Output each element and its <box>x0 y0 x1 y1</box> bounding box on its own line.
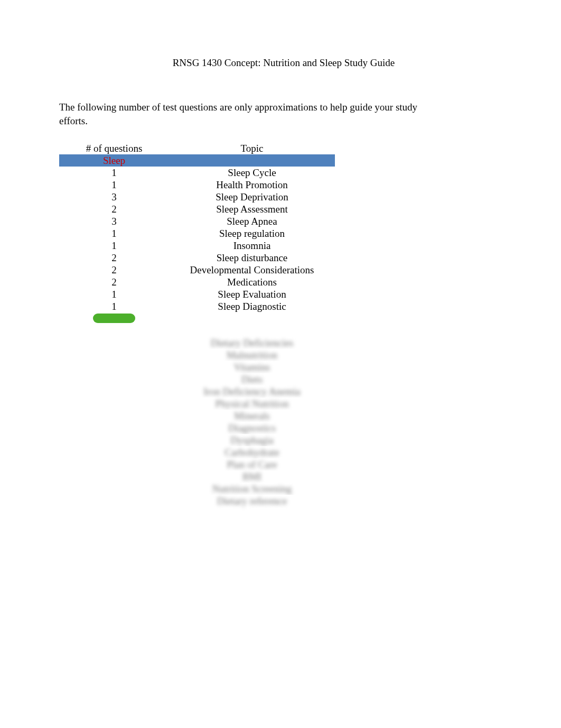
cell-topic: Malnutrition <box>169 349 335 361</box>
cell-questions: 1 <box>59 300 169 312</box>
blurred-region: Dietary Deficiencies Malnutrition Vitami… <box>59 325 335 507</box>
cell-questions: 2 <box>59 264 169 276</box>
table-row: 1 Health Promotion <box>59 179 335 191</box>
cell-topic: Health Promotion <box>169 179 335 191</box>
section-nutrition <box>59 312 335 325</box>
cell-topic: Nutrition Screening <box>169 483 335 495</box>
table-row: Vitamins <box>59 361 335 373</box>
table-row: 1 Sleep Evaluation <box>59 288 335 300</box>
intro-text: The following number of test questions a… <box>59 100 429 127</box>
cell-topic: Vitamins <box>169 361 335 373</box>
cell-topic: Iron Deficiency Anemia <box>169 385 335 398</box>
cell-topic: Sleep disturbance <box>169 252 335 264</box>
cell-topic: Carbohydrate <box>169 446 335 458</box>
cell-topic: Sleep Cycle <box>169 167 335 179</box>
cell-topic: Sleep regulation <box>169 227 335 239</box>
cell-topic: Diagnostics <box>169 422 335 434</box>
cell-topic: Medications <box>169 276 335 288</box>
cell-questions: 1 <box>59 227 169 239</box>
table-row: Dietary reference <box>59 495 335 507</box>
table-row: Carbohydrate <box>59 446 335 458</box>
table-row: 2 Sleep Assessment <box>59 203 335 215</box>
section-sleep: Sleep <box>59 154 335 167</box>
cell-questions: 2 <box>59 203 169 215</box>
table-row: Iron Deficiency Anemia <box>59 385 335 398</box>
table-row: 2 Developmental Considerations <box>59 264 335 276</box>
table-row: Malnutrition <box>59 349 335 361</box>
cell-topic: Developmental Considerations <box>169 264 335 276</box>
cell-topic: Sleep Evaluation <box>169 288 335 300</box>
cell-topic: Sleep Deprivation <box>169 191 335 203</box>
section-pill-nutrition <box>93 314 135 323</box>
cell-topic: Plan of Care <box>169 458 335 471</box>
table-row: Diets <box>59 373 335 385</box>
table-row: Physical Nutrition <box>59 398 335 410</box>
table-row: 3 Sleep Deprivation <box>59 191 335 203</box>
table-row: Plan of Care <box>59 458 335 471</box>
cell-topic: Sleep Diagnostic <box>169 300 335 312</box>
cell-questions: 1 <box>59 239 169 252</box>
table-row: 2 Sleep disturbance <box>59 252 335 264</box>
cell-questions: 2 <box>59 276 169 288</box>
cell-questions: 2 <box>59 252 169 264</box>
table-row: 2 Medications <box>59 276 335 288</box>
cell-topic: Dietary reference <box>169 495 335 507</box>
table-row: Dietary Deficiencies <box>59 337 335 349</box>
cell-questions: 1 <box>59 167 169 179</box>
cell-topic: Sleep Apnea <box>169 215 335 227</box>
cell-questions: 1 <box>59 288 169 300</box>
cell-questions: 3 <box>59 215 169 227</box>
table-row: BMI <box>59 471 335 483</box>
cell-topic: Diets <box>169 373 335 385</box>
table-row: Dysphagia <box>59 434 335 446</box>
cell-topic: BMI <box>169 471 335 483</box>
table-row: 1 Sleep Cycle <box>59 167 335 179</box>
cell-questions: 1 <box>59 179 169 191</box>
cell-topic: Minerals <box>169 410 335 422</box>
cell-questions: 3 <box>59 191 169 203</box>
header-topic: Topic <box>169 143 335 154</box>
table-row <box>59 325 335 337</box>
table-row: Nutrition Screening <box>59 483 335 495</box>
cell-topic: Dietary Deficiencies <box>169 337 335 349</box>
header-questions: # of questions <box>59 143 169 154</box>
cell-topic: Dysphagia <box>169 434 335 446</box>
table-header-row: # of questions Topic <box>59 142 335 154</box>
section-label-sleep: Sleep <box>59 154 169 167</box>
table-row: 1 Sleep regulation <box>59 227 335 239</box>
table-row: Diagnostics <box>59 422 335 434</box>
table-row: 1 Sleep Diagnostic <box>59 300 335 312</box>
table-row: Minerals <box>59 410 335 422</box>
study-guide-table: # of questions Topic Sleep 1 Sleep Cycle… <box>59 142 335 507</box>
cell-topic: Physical Nutrition <box>169 398 335 410</box>
table-row: 3 Sleep Apnea <box>59 215 335 227</box>
cell-topic: Insomnia <box>169 239 335 252</box>
cell-topic: Sleep Assessment <box>169 203 335 215</box>
table-row: 1 Insomnia <box>59 239 335 252</box>
page-title: RNSG 1430 Concept: Nutrition and Sleep S… <box>59 57 508 69</box>
